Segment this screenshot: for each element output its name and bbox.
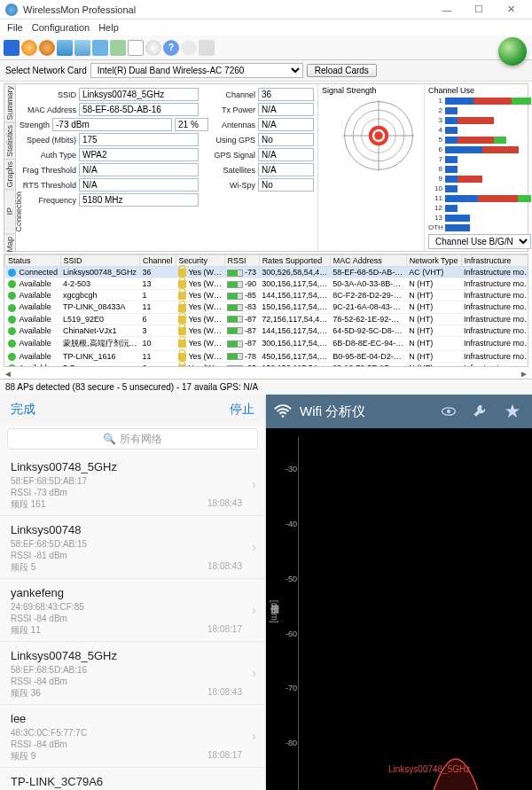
table-row[interactable]: AvailableTP-LINK_161611 Yes (W…-78450,15… [5,350,529,362]
field-value[interactable] [258,133,314,146]
col-header[interactable]: RSSI [224,255,259,267]
chan-bar [445,146,531,153]
field-value[interactable] [258,88,314,101]
col-header[interactable]: SSID [60,255,140,267]
field-value[interactable] [258,148,314,161]
table-row[interactable]: Availablexgcgbcgh1 Yes (W…-85144,156,117… [5,290,529,301]
lock-icon [178,353,186,361]
minimize-button[interactable]: — [431,1,463,19]
table-row[interactable]: Available5-76 Yes (W…-85150,156,117,54,…… [5,362,529,367]
tab-graphs[interactable]: Graphs [4,160,15,191]
info-icon[interactable] [181,40,197,56]
menu-config[interactable]: Configuration [32,22,90,33]
channel-band-select[interactable]: Channel Use B/G/N [428,234,531,249]
network-item[interactable]: Linksys00748_5GHz58:EF:68:5D:AB:16RSSI -… [0,642,265,705]
chan-bar [445,205,531,212]
ios-panel: 完成 停止 🔍 所有网络 Linksys00748_5GHz58:EF:68:5… [0,395,266,790]
card-select[interactable]: Intel(R) Dual Band Wireless-AC 7260 [90,63,303,78]
field-value[interactable] [79,178,199,192]
net-mac: 58:EF:68:5D:AB:15 [11,538,254,550]
globe-orange-icon[interactable] [21,40,37,56]
search-input[interactable]: 🔍 所有网络 [7,428,258,450]
field-value[interactable] [79,103,199,116]
status-dot [8,340,16,348]
table-row[interactable]: AvailableL519_92E06 Yes (W…-8772,156,117… [5,313,529,325]
menu-help[interactable]: Help [98,22,119,33]
eye-icon[interactable] [436,399,461,424]
menu-file[interactable]: File [7,22,23,33]
table-row[interactable]: AvailableTP-LINK_08433A11 Yes (W…-83150,… [5,301,529,313]
channel-label: Channel Use [428,86,531,95]
field-label: Tx Power [206,106,255,114]
signal-label: Signal Strength [322,86,377,95]
y-tick: -60 [270,630,297,638]
chan-bar [445,166,531,173]
col-header[interactable]: Infrastructure [461,255,528,267]
field-value[interactable] [258,178,314,192]
col-header[interactable]: Rates Supported [259,255,330,267]
globe-two-icon[interactable] [39,40,55,56]
table-row[interactable]: ConnectedLinksys00748_5GHz36 Yes (W…-733… [5,267,529,278]
tab-summary[interactable]: Summary [4,84,15,123]
net-time: 18:08:17 [207,624,242,634]
star-icon[interactable] [500,399,525,424]
field-value[interactable] [79,193,199,207]
field-value[interactable] [79,163,199,176]
tab-statistics[interactable]: Statistics [4,123,15,160]
field-value[interactable] [258,103,314,116]
status-dot [8,364,16,367]
network-item[interactable]: Linksys00748_5GHz58:EF:68:5D:AB:17RSSI -… [0,453,265,516]
chan-num: 12 [428,204,442,212]
col-header[interactable]: Status [5,255,61,267]
ap-table-wrap[interactable]: StatusSSIDChannelSecurityRSSIRates Suppo… [4,254,528,367]
close-button[interactable]: ✕ [495,1,527,19]
table-row[interactable]: Available4-2-50313 Yes (W…-90300,156,117… [5,278,529,290]
doc-icon[interactable] [128,40,144,56]
lock-icon [178,316,186,324]
net1-icon[interactable] [57,40,73,56]
net-time: 18:08:43 [207,561,242,571]
tab-map[interactable]: Map [4,235,15,255]
help-icon[interactable]: ? [163,40,179,56]
card-icon[interactable] [110,40,126,56]
done-button[interactable]: 完成 [11,402,35,418]
col-header[interactable]: MAC Address [330,255,406,267]
y-tick: -80 [270,739,297,747]
copy-icon[interactable] [199,40,215,56]
tab-ipconn[interactable]: IP Connection [4,190,15,235]
ap-table: StatusSSIDChannelSecurityRSSIRates Suppo… [4,254,528,367]
scroll-right-icon[interactable]: ► [520,369,528,379]
maximize-button[interactable]: ☐ [463,1,495,19]
rssi-bar-icon [227,281,243,288]
field-label: MAC Address [20,106,76,114]
col-header[interactable]: Network Type [406,255,461,267]
reload-button[interactable]: Reload Cards [307,64,377,77]
transfer-icon[interactable] [92,40,108,56]
field-value[interactable] [258,118,314,131]
network-item[interactable]: yankefeng24:69:68:43:CF:85RSSI -84 dBm频段… [0,579,265,642]
net2-icon[interactable] [74,40,90,56]
cd-icon[interactable] [145,40,161,56]
field-value[interactable] [79,88,199,101]
network-item[interactable]: TP-LINK_3C79A6EC:17:2F:3C:79:A6RSSI -84 … [0,768,265,790]
net-rssi: RSSI -84 dBm [11,613,254,624]
table-row[interactable]: AvailableChinaNet-VJx13 Yes (W…-87144,15… [5,325,529,336]
field-value[interactable] [79,133,199,146]
wrench-icon[interactable] [468,399,493,424]
chan-bar [445,98,531,105]
field-label: Channel [206,90,255,99]
field-label: Satellites [206,166,255,175]
field-value[interactable] [79,148,199,161]
field-value[interactable] [52,118,172,131]
stop-button[interactable]: 停止 [230,402,254,418]
save-icon[interactable] [4,40,20,56]
rssi-bar-icon [227,365,243,367]
field-value[interactable] [258,163,314,176]
scroll-left-icon[interactable]: ◄ [4,369,12,379]
analyzer-title: Wifi 分析仪 [300,403,429,420]
network-item[interactable]: lee48:3C:0C:F5:77:7CRSSI -84 dBm频段 918:0… [0,705,265,768]
table-row[interactable]: Available蒙脱根,高端疗剂沅…10 Yes (W…-87300,156,… [5,336,529,350]
chan-num: 11 [428,194,442,202]
col-header[interactable]: Channel [140,255,176,267]
network-item[interactable]: Linksys0074858:EF:68:5D:AB:15RSSI -81 dB… [0,516,265,579]
